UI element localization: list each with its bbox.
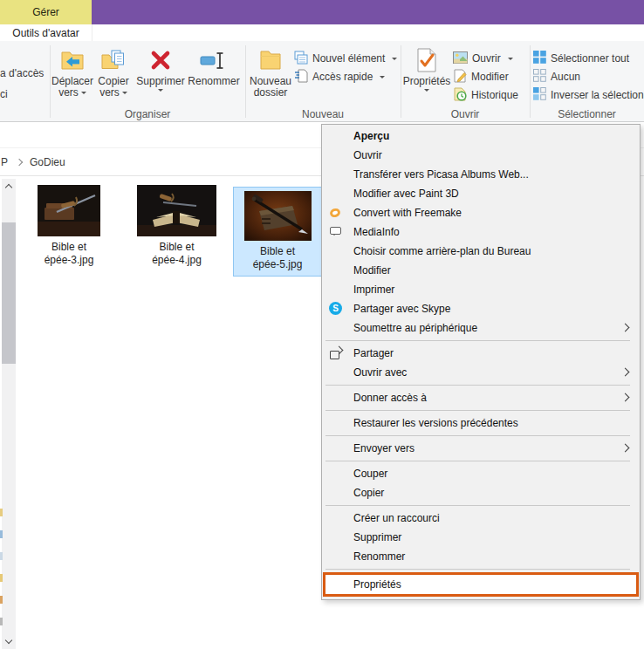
menu-separator bbox=[325, 461, 630, 461]
new-item-button[interactable]: Nouvel élément bbox=[294, 50, 397, 67]
group-label-nouveau: Nouveau bbox=[245, 108, 401, 120]
properties-icon bbox=[415, 46, 438, 74]
edit-icon bbox=[453, 69, 467, 85]
menu-item-proprietes[interactable]: Propriétés bbox=[323, 572, 639, 597]
menu-item-label: Modifier avec Paint 3D bbox=[353, 188, 459, 200]
easy-access-label: Accès rapide bbox=[312, 71, 373, 83]
submenu-arrow-icon bbox=[621, 324, 630, 332]
submenu-arrow-icon bbox=[621, 368, 630, 377]
menu-item-partager-avec-skype[interactable]: Partager avec Skype bbox=[322, 299, 640, 318]
share-icon bbox=[329, 346, 344, 360]
invert-selection-label: Inverser la sélection bbox=[551, 89, 644, 101]
file-name-line2: épée-3.jpg bbox=[45, 254, 94, 267]
menu-item-label: Propriétés bbox=[353, 578, 401, 591]
move-to-button[interactable]: Déplacer vers bbox=[51, 46, 94, 99]
skype-icon bbox=[329, 302, 342, 315]
new-folder-button[interactable]: Nouveau dossier bbox=[248, 46, 293, 99]
menu-separator bbox=[325, 435, 630, 436]
history-icon bbox=[453, 87, 467, 104]
menu-separator bbox=[325, 569, 630, 570]
open-button[interactable]: Ouvrir bbox=[453, 50, 513, 67]
invert-selection-button[interactable]: Inverser la sélection bbox=[533, 86, 644, 104]
menu-item-renommer[interactable]: Renommer bbox=[322, 547, 640, 566]
menu-item-modifier[interactable]: Modifier bbox=[322, 261, 640, 280]
select-all-button[interactable]: Sélectionner tout bbox=[533, 50, 629, 67]
group-separator bbox=[401, 45, 401, 118]
rename-button[interactable]: Renommer bbox=[187, 46, 241, 87]
title-bar: Gérer bbox=[0, 0, 644, 24]
file-name-line2: épée-5.jpg bbox=[253, 258, 303, 271]
group-separator bbox=[245, 45, 246, 118]
menu-item-ouvrir-avec[interactable]: Ouvrir avec bbox=[322, 363, 640, 382]
menu-item-label: Supprimer bbox=[353, 531, 401, 543]
dropdown-caret-icon bbox=[122, 92, 127, 94]
tab-outils-avatar[interactable]: Outils d'avatar bbox=[0, 24, 92, 41]
menu-item-choisir-comme-arriere-plan-du-bureau[interactable]: Choisir comme arrière-plan du Bureau bbox=[322, 242, 640, 261]
menu-separator bbox=[325, 385, 630, 386]
select-none-label: Aucun bbox=[551, 71, 580, 83]
clipped-pin-label-line1: a d'accès bbox=[0, 67, 44, 79]
open-label: Ouvrir bbox=[472, 52, 501, 65]
scrollbar-thumb[interactable] bbox=[2, 222, 16, 364]
move-to-icon bbox=[59, 46, 86, 74]
clipped-tree-icon bbox=[0, 618, 3, 625]
delete-button[interactable]: Supprimer bbox=[134, 46, 187, 92]
scroll-down-button[interactable] bbox=[2, 634, 16, 649]
menu-item-convert-with-freemake[interactable]: Convert with Freemake bbox=[322, 203, 640, 222]
file-item-bible-et-epee-3[interactable]: Bible et épée-3.jpg bbox=[24, 185, 114, 267]
menu-separator bbox=[325, 340, 630, 341]
group-label-organiser: Organiser bbox=[50, 108, 245, 120]
submenu-arrow-icon bbox=[621, 444, 630, 453]
group-label-ouvrir: Ouvrir bbox=[401, 108, 530, 120]
menu-item-donner-acces-a[interactable]: Donner accès à bbox=[322, 388, 640, 407]
new-folder-icon bbox=[257, 46, 284, 74]
menu-item-supprimer[interactable]: Supprimer bbox=[322, 528, 640, 547]
group-separator bbox=[530, 45, 531, 118]
tool-tab-label: Outils d'avatar bbox=[12, 27, 79, 39]
menu-item-envoyer-vers[interactable]: Envoyer vers bbox=[322, 439, 640, 458]
menu-item-label: Imprimer bbox=[353, 284, 394, 296]
edit-button[interactable]: Modifier bbox=[453, 68, 509, 85]
menu-item-transferer-vers-picasa-albums-web[interactable]: Transférer vers Picasa Albums Web... bbox=[322, 165, 640, 184]
menu-item-label: Ouvrir avec bbox=[353, 366, 407, 379]
menu-item-label: Transférer vers Picasa Albums Web... bbox=[353, 168, 529, 181]
menu-item-soumettre-au-peripherique[interactable]: Soumettre au périphérique bbox=[322, 318, 640, 338]
menu-item-partager[interactable]: Partager bbox=[322, 344, 640, 363]
easy-access-button[interactable]: Accès rapide bbox=[294, 68, 385, 85]
contextual-tab-manage[interactable]: Gérer bbox=[0, 0, 92, 24]
menu-item-creer-un-raccourci[interactable]: Créer un raccourci bbox=[322, 509, 640, 528]
breadcrumb-root-clipped[interactable]: P bbox=[1, 156, 8, 168]
group-label-selectionner: Sélectionner bbox=[530, 108, 644, 120]
menu-item-mediainfo[interactable]: MediaInfo bbox=[322, 222, 640, 242]
menu-item-copier[interactable]: Copier bbox=[322, 483, 640, 502]
menu-item-apercu[interactable]: Aperçu bbox=[322, 126, 640, 146]
menu-item-modifier-avec-paint-3d[interactable]: Modifier avec Paint 3D bbox=[322, 184, 640, 203]
file-name-line1: Bible et bbox=[45, 241, 94, 254]
clipped-tree-icon bbox=[0, 509, 3, 516]
easy-access-icon bbox=[294, 69, 308, 85]
history-button[interactable]: Historique bbox=[453, 86, 518, 104]
menu-item-ouvrir[interactable]: Ouvrir bbox=[322, 146, 640, 165]
menu-item-restaurer-les-versions-precedentes[interactable]: Restaurer les versions précédentes bbox=[322, 413, 640, 433]
rename-label: Renommer bbox=[188, 76, 239, 87]
menu-item-label: Modifier bbox=[353, 264, 391, 277]
clipped-tree-icon bbox=[0, 574, 3, 582]
select-none-button[interactable]: Aucun bbox=[533, 68, 580, 85]
scroll-up-button[interactable] bbox=[2, 179, 16, 194]
copy-to-icon bbox=[100, 46, 127, 74]
breadcrumb-folder[interactable]: GoDieu bbox=[30, 156, 65, 168]
nav-pane-scrollbar[interactable] bbox=[2, 179, 16, 649]
menu-item-couper[interactable]: Couper bbox=[322, 464, 640, 483]
dropdown-caret-icon bbox=[508, 58, 513, 60]
rename-icon bbox=[199, 46, 229, 74]
copy-to-button[interactable]: Copier vers bbox=[95, 46, 132, 99]
new-item-icon bbox=[294, 51, 308, 67]
menu-item-imprimer[interactable]: Imprimer bbox=[322, 280, 640, 299]
context-menu: AperçuOuvrirTransférer vers Picasa Album… bbox=[321, 124, 641, 600]
file-item-bible-et-epee-5[interactable]: Bible et épée-5.jpg bbox=[233, 187, 322, 277]
edit-label: Modifier bbox=[471, 71, 509, 83]
delete-label: Supprimer bbox=[136, 76, 184, 87]
file-thumbnail bbox=[244, 191, 312, 241]
file-item-bible-et-epee-4[interactable]: Bible et épée-4.jpg bbox=[131, 185, 223, 267]
properties-button[interactable]: Propriétés bbox=[403, 46, 450, 92]
